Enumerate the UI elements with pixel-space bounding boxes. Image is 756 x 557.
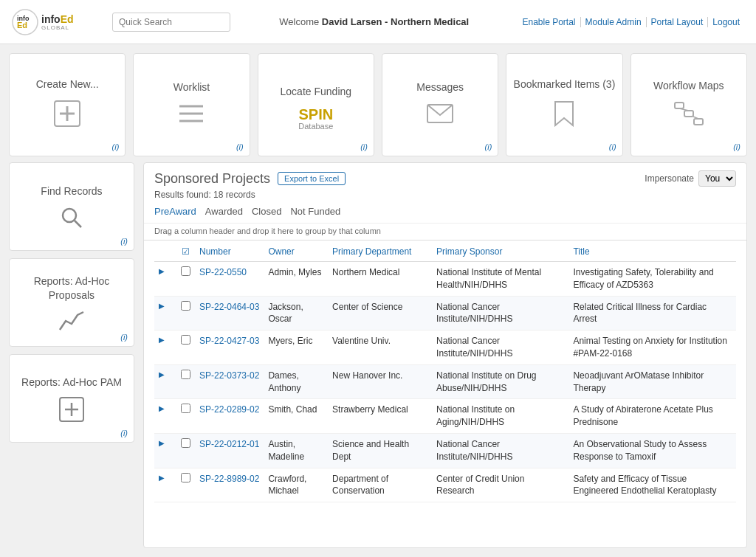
logo-icon: info Ed (12, 9, 38, 35)
enable-portal-link[interactable]: Enable Portal (518, 17, 580, 27)
nav-links: Enable Portal Module Admin Portal Layout… (518, 17, 744, 27)
welcome-user: David Larsen - Northern Medical (322, 16, 469, 27)
svg-text:Ed: Ed (17, 21, 27, 30)
app-header: info Ed infoEd GLOBAL Welcome David Lars… (0, 0, 756, 44)
logo: info Ed infoEd GLOBAL (12, 9, 100, 35)
welcome-message: Welcome David Larsen - Northern Medical (242, 16, 506, 27)
logout-link[interactable]: Logout (708, 17, 744, 27)
logo-subtitle: GLOBAL (41, 25, 74, 31)
search-input[interactable] (112, 13, 230, 32)
module-admin-link[interactable]: Module Admin (581, 17, 647, 27)
logo-name: infoEd (41, 13, 74, 25)
portal-layout-link[interactable]: Portal Layout (647, 17, 709, 27)
